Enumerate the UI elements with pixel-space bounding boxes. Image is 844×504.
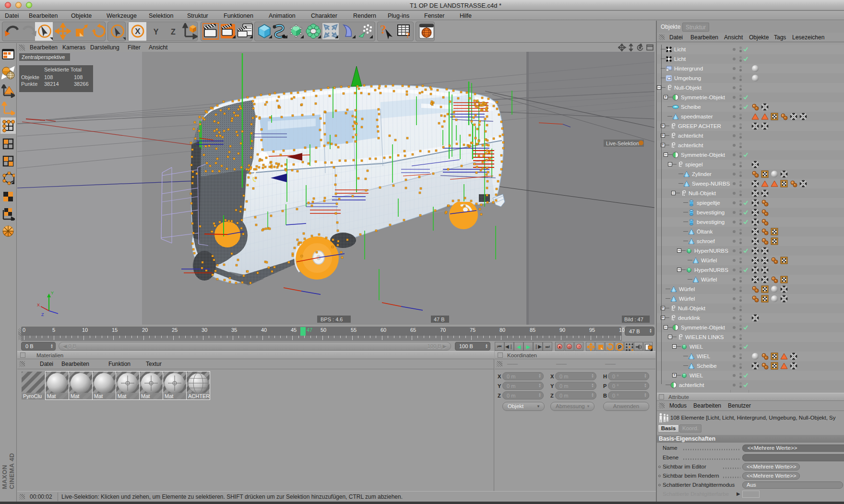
svg-text:Y: Y — [51, 291, 54, 295]
svg-text:Objekte: Objekte — [21, 74, 39, 80]
svg-text:Mat: Mat — [94, 393, 103, 399]
svg-text:38214: 38214 — [44, 81, 59, 87]
svg-text:Punkte: Punkte — [21, 81, 37, 87]
svg-text:38266: 38266 — [74, 81, 89, 87]
svg-text:Mat: Mat — [141, 393, 150, 399]
svg-text:Mat: Mat — [47, 393, 56, 399]
svg-text:PyroClu: PyroClu — [23, 393, 42, 399]
svg-text:Mat: Mat — [118, 393, 126, 399]
svg-text:?: ? — [380, 23, 386, 36]
svg-text:P: P — [618, 345, 621, 350]
svg-text:Mat: Mat — [165, 393, 173, 399]
svg-text:BPS : 4.6: BPS : 4.6 — [321, 316, 343, 322]
svg-text:Y: Y — [154, 28, 159, 36]
svg-text:Live-Selektion: Live-Selektion — [606, 141, 639, 146]
svg-text:108: 108 — [74, 74, 83, 80]
svg-text:?: ? — [406, 31, 410, 39]
svg-text:Mat: Mat — [71, 393, 79, 399]
svg-text:Z: Z — [171, 28, 176, 36]
svg-text:47 B: 47 B — [434, 316, 445, 322]
svg-text:108: 108 — [44, 74, 53, 80]
svg-text:ACHTER: ACHTER — [188, 393, 210, 399]
svg-text:X: X — [135, 27, 141, 36]
svg-text:Z: Z — [41, 312, 44, 317]
svg-text:X: X — [37, 303, 40, 307]
svg-text:Zentralperspektive: Zentralperspektive — [22, 54, 65, 60]
svg-text:Selektierte Total: Selektierte Total — [44, 67, 82, 72]
svg-text:Bild : 47: Bild : 47 — [624, 316, 643, 322]
